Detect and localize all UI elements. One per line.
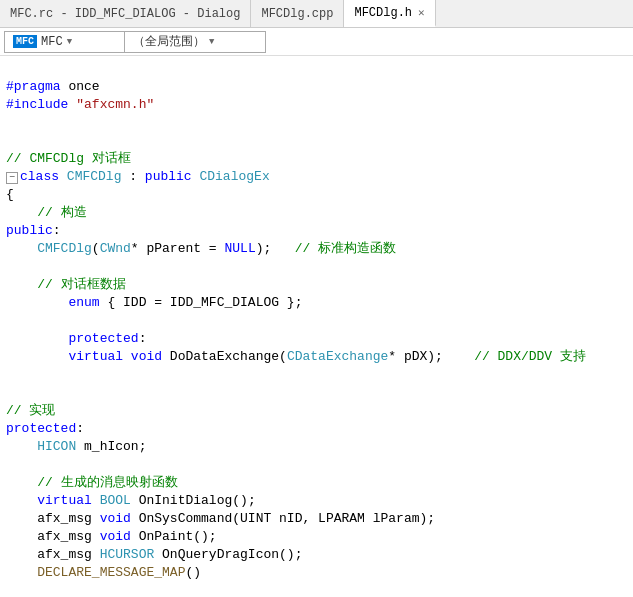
- code-area[interactable]: #pragma once #include "afxcmn.h" // CMFC…: [0, 56, 633, 597]
- scope-right[interactable]: （全局范围） ▼: [125, 32, 265, 52]
- code-line: [0, 132, 633, 150]
- code-line-onpaint: afx_msg void OnPaint();: [0, 528, 633, 546]
- code-line: [0, 114, 633, 132]
- scope-left-label: MFC: [41, 35, 63, 49]
- tab-mfc-rc-label: MFC.rc - IDD_MFC_DIALOG - Dialog: [10, 7, 240, 21]
- tab-mfcdlg-h[interactable]: MFCDlg.h ✕: [344, 0, 435, 27]
- tab-mfcdlg-cpp-label: MFCDlg.cpp: [261, 7, 333, 21]
- code-line-declare-msg-map: DECLARE_MESSAGE_MAP(): [0, 564, 633, 582]
- code-line-constructor: CMFCDlg(CWnd* pParent = NULL); // 标准构造函数: [0, 240, 633, 258]
- scope-right-arrow-icon: ▼: [209, 37, 214, 47]
- tab-mfcdlg-cpp[interactable]: MFCDlg.cpp: [251, 0, 344, 27]
- scope-selector[interactable]: MFC MFC ▼ （全局范围） ▼: [4, 31, 266, 53]
- code-line-comment1: // CMFCDlg 对话框: [0, 150, 633, 168]
- code-line-comment-construct: // 构造: [0, 204, 633, 222]
- code-line-public1: public:: [0, 222, 633, 240]
- code-line-pragma: #pragma once: [0, 78, 633, 96]
- close-tab-icon[interactable]: ✕: [418, 6, 425, 19]
- minus-box[interactable]: −: [6, 168, 20, 186]
- code-line-comment-data: // 对话框数据: [0, 276, 633, 294]
- code-line-protected1: protected:: [0, 330, 633, 348]
- code-line-class-decl: −class CMFCDlg : public CDialogEx: [0, 168, 633, 186]
- code-line-onquerydragicon: afx_msg HCURSOR OnQueryDragIcon();: [0, 546, 633, 564]
- code-line: [0, 312, 633, 330]
- code-line-enum: enum { IDD = IDD_MFC_DIALOG };: [0, 294, 633, 312]
- scope-left[interactable]: MFC MFC ▼: [5, 32, 125, 52]
- code-line-comment-msgmap: // 生成的消息映射函数: [0, 474, 633, 492]
- code-line: [0, 60, 633, 78]
- code-line-brace-open: {: [0, 186, 633, 204]
- code-line-onsyscommand: afx_msg void OnSysCommand(UINT nID, LPAR…: [0, 510, 633, 528]
- code-line: [0, 258, 633, 276]
- code-line: [0, 366, 633, 384]
- scope-right-label: （全局范围）: [133, 33, 205, 50]
- code-line-protected2: protected:: [0, 420, 633, 438]
- title-bar: MFC.rc - IDD_MFC_DIALOG - Dialog MFCDlg.…: [0, 0, 633, 28]
- code-line: [0, 456, 633, 474]
- scope-left-arrow-icon: ▼: [67, 37, 72, 47]
- mfc-icon: MFC: [13, 35, 37, 48]
- code-line: [0, 582, 633, 597]
- code-line: [0, 384, 633, 402]
- code-line-include: #include "afxcmn.h": [0, 96, 633, 114]
- code-line-oninitdialog: virtual BOOL OnInitDialog();: [0, 492, 633, 510]
- toolbar: MFC MFC ▼ （全局范围） ▼: [0, 28, 633, 56]
- tab-mfcdlg-h-label: MFCDlg.h: [354, 6, 412, 20]
- code-line-comment-impl: // 实现: [0, 402, 633, 420]
- tab-mfc-rc[interactable]: MFC.rc - IDD_MFC_DIALOG - Dialog: [0, 0, 251, 27]
- code-line-dodataexchange: virtual void DoDataExchange(CDataExchang…: [0, 348, 633, 366]
- code-line-hicon: HICON m_hIcon;: [0, 438, 633, 456]
